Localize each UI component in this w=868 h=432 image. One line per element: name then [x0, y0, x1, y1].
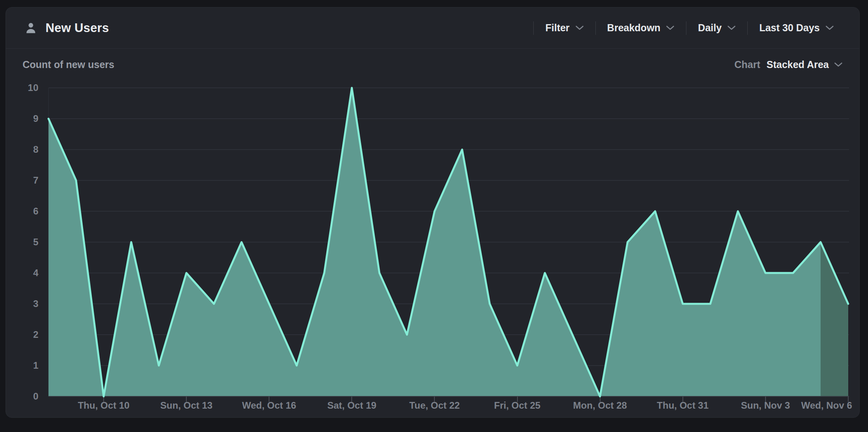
y-axis-tick-label: 0	[33, 391, 38, 402]
x-axis-tick-label: Mon, Oct 28	[573, 400, 627, 411]
new-users-card: New Users Filter Breakdown Daily	[6, 7, 860, 418]
chevron-down-icon	[727, 25, 736, 30]
y-axis-tick-label: 8	[33, 144, 38, 155]
title-group: New Users	[24, 21, 109, 35]
chart-type-dropdown[interactable]: Stacked Area	[767, 59, 843, 70]
x-axis-tick-label: Sun, Oct 13	[160, 400, 212, 411]
filter-dropdown[interactable]: Filter	[534, 22, 595, 34]
chevron-down-icon	[666, 25, 675, 30]
x-axis-tick-label: Wed, Nov 6	[801, 400, 852, 411]
chevron-down-icon	[825, 25, 834, 30]
card-header: New Users Filter Breakdown Daily	[6, 8, 859, 49]
y-axis-tick-label: 10	[28, 82, 38, 93]
chart-type-group: Chart Stacked Area	[734, 59, 843, 70]
y-axis-tick-label: 6	[33, 206, 38, 216]
x-axis-tick-label: Fri, Oct 25	[494, 400, 540, 411]
area-chart: 012345678910Thu, Oct 10Sun, Oct 13Wed, O…	[6, 80, 859, 417]
header-controls: Filter Breakdown Daily Las	[533, 8, 859, 48]
y-axis-tick-label: 2	[33, 329, 38, 340]
y-axis-tick-label: 9	[33, 113, 38, 124]
y-axis-tick-label: 4	[33, 267, 39, 278]
chevron-down-icon	[575, 25, 584, 30]
breakdown-dropdown[interactable]: Breakdown	[596, 22, 686, 34]
x-axis-tick-label: Tue, Oct 22	[409, 400, 460, 411]
page-title: New Users	[45, 21, 109, 35]
y-axis-tick-label: 5	[33, 237, 38, 247]
date-range-dropdown[interactable]: Last 30 Days	[748, 22, 845, 34]
granularity-dropdown[interactable]: Daily	[686, 22, 747, 34]
x-axis-tick-label: Sat, Oct 19	[327, 400, 376, 411]
y-axis-tick-label: 1	[33, 360, 38, 371]
x-axis-tick-label: Thu, Oct 10	[78, 400, 130, 411]
y-axis-tick-label: 7	[33, 175, 38, 186]
x-axis-tick-label: Thu, Oct 31	[657, 400, 709, 411]
x-axis-tick-label: Wed, Oct 16	[242, 400, 296, 411]
x-axis-tick-label: Sun, Nov 3	[741, 400, 790, 411]
chart-type-caption: Chart	[734, 59, 760, 70]
chart-subheader: Count of new users Chart Stacked Area	[6, 49, 859, 80]
chevron-down-icon	[834, 62, 843, 67]
metric-label: Count of new users	[23, 59, 114, 70]
person-icon	[24, 21, 38, 35]
y-axis-tick-label: 3	[33, 298, 38, 309]
